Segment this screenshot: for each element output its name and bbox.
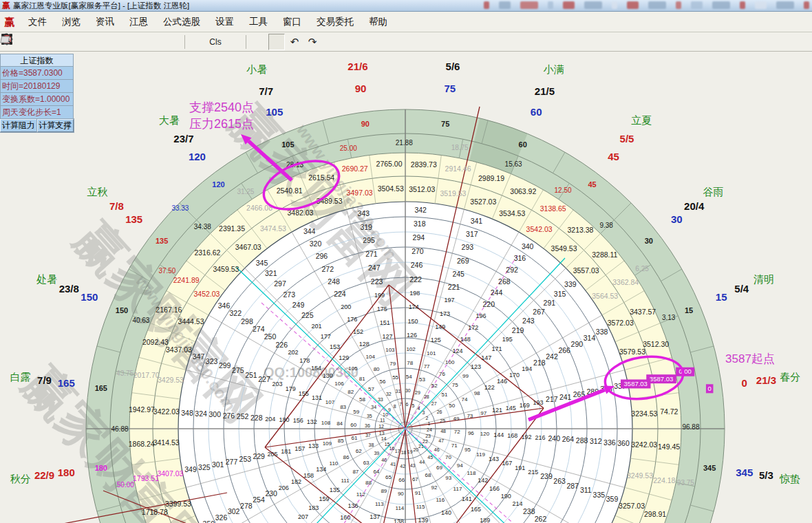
eraser-button[interactable] xyxy=(358,34,374,50)
svg-text:70: 70 xyxy=(445,454,451,460)
svg-text:98: 98 xyxy=(474,390,480,396)
svg-text:338: 338 xyxy=(596,328,608,336)
fit-button[interactable] xyxy=(340,34,356,50)
triangle-tool-button[interactable] xyxy=(268,34,285,50)
svg-text:1942.97: 1942.97 xyxy=(129,405,155,414)
svg-text:19: 19 xyxy=(407,449,413,454)
svg-text:217: 217 xyxy=(546,395,558,403)
svg-text:10: 10 xyxy=(383,412,388,417)
svg-text:38: 38 xyxy=(368,442,374,447)
svg-text:2017.70: 2017.70 xyxy=(133,371,160,379)
svg-text:293: 293 xyxy=(462,243,474,251)
svg-text:3249.53: 3249.53 xyxy=(627,471,653,480)
menu-item-2[interactable]: 资讯 xyxy=(88,16,122,28)
svg-text:215: 215 xyxy=(528,469,538,476)
svg-text:90: 90 xyxy=(355,83,367,94)
svg-text:46.88: 46.88 xyxy=(111,425,128,433)
svg-text:296: 296 xyxy=(316,252,328,260)
app-logo-icon: 赢 xyxy=(2,0,10,12)
zoom-in-button[interactable]: + xyxy=(146,34,162,50)
svg-text:183: 183 xyxy=(308,504,319,511)
ghost-icon xyxy=(648,1,666,9)
pan-up-button[interactable]: ↑ xyxy=(110,34,127,50)
svg-text:3519.53: 3519.53 xyxy=(440,189,466,198)
rotate-cw-button[interactable]: ↷ xyxy=(304,34,321,50)
param-row-1[interactable]: 时间=20180129 xyxy=(0,80,74,93)
menu-item-7[interactable]: 窗口 xyxy=(275,16,309,28)
svg-text:81: 81 xyxy=(359,376,365,382)
menu-item-6[interactable]: 工具 xyxy=(242,16,275,28)
svg-text:45: 45 xyxy=(608,151,619,162)
close-box-button[interactable] xyxy=(322,34,339,50)
rotate-ccw-button[interactable]: ↶ xyxy=(286,34,303,50)
param-row-2[interactable]: 变换系数=1.00000 xyxy=(0,93,74,106)
up-button[interactable] xyxy=(39,34,55,50)
gann-wheel[interactable]: 赢家财富网赢家财富网赢家财富网www.yingjia360.comwww.yin… xyxy=(0,52,812,523)
menu-item-0[interactable]: 文件 xyxy=(21,16,54,28)
svg-text:83: 83 xyxy=(340,404,346,410)
menu-item-5[interactable]: 设置 xyxy=(208,16,242,28)
svg-text:229: 229 xyxy=(253,452,265,460)
time-axis-button[interactable] xyxy=(189,34,206,50)
svg-text:111: 111 xyxy=(341,478,350,484)
svg-text:3459.53: 3459.53 xyxy=(213,265,239,273)
cls-button[interactable]: Cls xyxy=(207,34,224,50)
calendar-button[interactable]: 21 xyxy=(225,34,242,50)
svg-text:97: 97 xyxy=(480,410,487,416)
svg-text:3549.53: 3549.53 xyxy=(551,244,577,253)
svg-text:169: 169 xyxy=(520,402,530,409)
svg-text:349: 349 xyxy=(184,465,197,473)
svg-text:31.25: 31.25 xyxy=(237,188,254,195)
svg-text:3063.92: 3063.92 xyxy=(510,187,536,195)
menu-item-8[interactable]: 交易委托 xyxy=(309,16,361,28)
pan-right-button[interactable]: → xyxy=(92,34,109,50)
menu-item-9[interactable]: 帮助 xyxy=(361,16,395,28)
svg-text:3474.53: 3474.53 xyxy=(260,224,286,233)
svg-text:3534.53: 3534.53 xyxy=(499,209,525,217)
calc-support-button[interactable]: 计算支撑 xyxy=(37,119,74,132)
svg-text:230: 230 xyxy=(265,489,277,498)
menu-item-1[interactable]: 浏览 xyxy=(54,16,88,28)
svg-text:84: 84 xyxy=(336,420,343,427)
svg-text:0: 0 xyxy=(708,385,712,392)
svg-text:175: 175 xyxy=(377,306,387,312)
menu-item-3[interactable]: 江恩 xyxy=(122,16,156,28)
svg-text:116: 116 xyxy=(436,497,445,503)
menu-item-4[interactable]: 公式选股 xyxy=(156,16,208,28)
svg-text:126: 126 xyxy=(407,332,417,339)
svg-text:47: 47 xyxy=(438,438,444,443)
svg-text:57: 57 xyxy=(368,386,374,392)
toolbar-separator xyxy=(246,35,246,49)
svg-text:22: 22 xyxy=(423,439,428,444)
svg-text:小暑: 小暑 xyxy=(246,63,267,75)
svg-text:276: 276 xyxy=(223,412,235,420)
pan-down-button[interactable]: ↓ xyxy=(128,34,145,50)
zoom-out-button[interactable]: − xyxy=(164,34,180,50)
svg-text:180: 180 xyxy=(279,416,290,423)
svg-text:40.63: 40.63 xyxy=(132,317,149,324)
svg-text:160: 160 xyxy=(340,514,350,521)
down-button[interactable] xyxy=(56,34,73,50)
svg-text:300: 300 xyxy=(209,410,222,418)
svg-text:3.13: 3.13 xyxy=(662,314,676,321)
svg-text:30: 30 xyxy=(671,213,683,225)
svg-text:2316.62: 2316.62 xyxy=(194,248,220,257)
titlebar-ghost-icons xyxy=(484,1,809,10)
pan-left-button[interactable]: ← xyxy=(74,34,91,50)
square-tool-button[interactable] xyxy=(250,34,267,50)
svg-text:3234.53: 3234.53 xyxy=(631,409,657,418)
app-window: 赢 赢家江恩专业版[赢家服务平台] - [上证指数 江恩轮] 赢 文件浏览资讯江… xyxy=(0,0,812,523)
calc-resistance-button[interactable]: 计算阻力 xyxy=(0,119,37,132)
svg-text:94: 94 xyxy=(457,462,463,469)
param-row-0[interactable]: 价格=3587.0300 xyxy=(0,67,74,80)
svg-text:23/7: 23/7 xyxy=(173,133,193,145)
svg-text:129: 129 xyxy=(339,354,349,361)
svg-text:16: 16 xyxy=(389,446,395,451)
svg-text:93.75: 93.75 xyxy=(677,479,694,487)
svg-text:245: 245 xyxy=(452,270,464,278)
svg-text:3587.03: 3587.03 xyxy=(624,380,648,387)
param-row-3[interactable]: 周天变化步长=1 xyxy=(0,106,74,119)
forward-button[interactable] xyxy=(21,34,37,50)
svg-text:219: 219 xyxy=(512,326,524,334)
svg-text:11: 11 xyxy=(380,418,385,423)
